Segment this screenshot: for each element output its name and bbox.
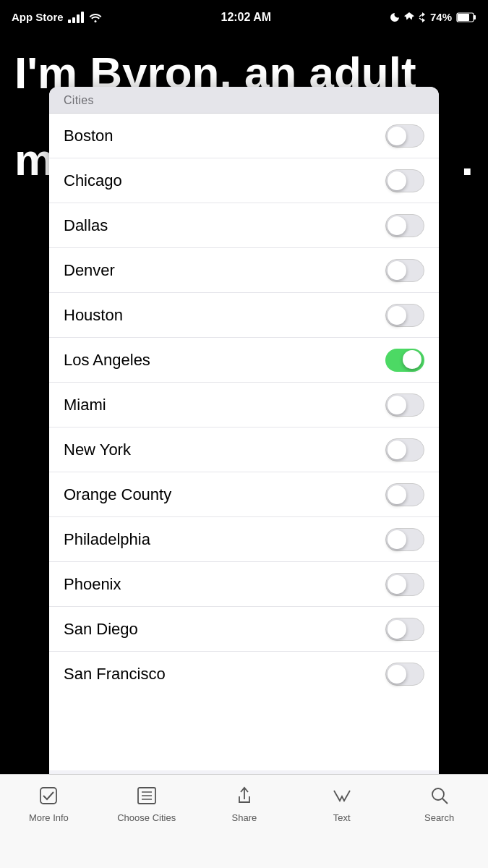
- signal-bars: [68, 12, 84, 23]
- city-name: Phoenix: [64, 575, 121, 594]
- toggle-thumb: [388, 216, 406, 235]
- search-icon: [429, 785, 450, 807]
- toggle-thumb: [388, 261, 406, 280]
- tab-share-label: Share: [232, 812, 257, 823]
- city-row: Philadelphia: [49, 517, 439, 562]
- bluetooth-icon: [419, 12, 426, 23]
- toggle-thumb: [388, 665, 406, 684]
- wifi-icon: [88, 12, 103, 23]
- city-toggle[interactable]: [385, 438, 424, 461]
- share-icon-wrapper: [232, 783, 257, 808]
- text-icon: [331, 785, 353, 807]
- city-name: Miami: [64, 396, 106, 414]
- city-toggle[interactable]: [385, 663, 424, 686]
- city-toggle[interactable]: [385, 259, 424, 282]
- city-name: Boston: [64, 127, 114, 145]
- tab-text[interactable]: Text: [313, 783, 371, 823]
- choose-cities-icon: [134, 783, 159, 808]
- city-row: San Diego: [49, 607, 439, 652]
- toggle-thumb: [388, 306, 406, 325]
- status-bar: App Store 12:02 AM 74%: [0, 0, 488, 34]
- city-toggle[interactable]: [385, 393, 424, 417]
- tab-more-info[interactable]: More Info: [20, 783, 77, 823]
- toggle-thumb: [388, 441, 406, 459]
- svg-line-1: [419, 18, 422, 20]
- svg-rect-3: [458, 14, 469, 21]
- city-toggle[interactable]: [385, 483, 424, 506]
- city-row: Chicago: [49, 158, 439, 203]
- city-name: San Diego: [64, 620, 138, 639]
- toggle-thumb: [388, 530, 406, 549]
- list-icon: [136, 785, 158, 807]
- city-row: San Francisco: [49, 652, 439, 697]
- battery-label: 74%: [430, 11, 452, 23]
- toggle-thumb: [403, 350, 421, 369]
- city-row: Denver: [49, 248, 439, 293]
- share-icon: [234, 785, 255, 807]
- carrier-label: App Store: [12, 11, 64, 23]
- signal-bar-1: [68, 20, 71, 23]
- toggle-thumb: [388, 575, 406, 594]
- toggle-thumb: [388, 396, 406, 414]
- city-toggle[interactable]: [385, 349, 424, 372]
- tab-choose-cities[interactable]: Choose Cities: [117, 783, 176, 823]
- status-time: 12:02 AM: [221, 11, 271, 24]
- city-toggle[interactable]: [385, 124, 424, 148]
- city-name: San Francisco: [64, 665, 166, 684]
- city-row: New York: [49, 427, 439, 472]
- cities-list: BostonChicagoDallasDenverHoustonLos Ange…: [49, 114, 439, 770]
- city-name: Denver: [64, 261, 115, 280]
- checkmark-icon: [38, 785, 59, 807]
- search-icon-wrapper: [427, 783, 452, 808]
- status-right: 74%: [390, 11, 476, 23]
- city-toggle[interactable]: [385, 528, 424, 551]
- background-subtitle: m: [14, 134, 54, 185]
- svg-line-0: [419, 14, 422, 17]
- city-toggle[interactable]: [385, 214, 424, 237]
- toggle-thumb: [388, 485, 406, 504]
- city-row: Orange County: [49, 472, 439, 517]
- city-toggle[interactable]: [385, 169, 424, 192]
- signal-bar-3: [77, 14, 80, 23]
- city-name: Philadelphia: [64, 530, 150, 549]
- tab-more-info-label: More Info: [29, 812, 69, 823]
- city-row: Phoenix: [49, 562, 439, 607]
- toggle-thumb: [388, 171, 406, 190]
- battery-icon: [456, 12, 476, 22]
- moon-icon: [390, 12, 400, 23]
- tab-bar: More Info Choose Cities Share: [0, 774, 488, 868]
- modal-panel: Cities BostonChicagoDallasDenverHoustonL…: [49, 87, 439, 774]
- city-name: Houston: [64, 306, 123, 325]
- location-icon: [404, 12, 414, 23]
- tab-search[interactable]: Search: [411, 783, 468, 823]
- tab-text-label: Text: [333, 812, 351, 823]
- svg-rect-4: [474, 15, 476, 20]
- toggle-thumb: [388, 127, 406, 145]
- signal-bar-4: [81, 12, 84, 23]
- city-toggle[interactable]: [385, 618, 424, 641]
- city-row: Miami: [49, 383, 439, 427]
- tab-share[interactable]: Share: [215, 783, 273, 823]
- city-toggle[interactable]: [385, 304, 424, 327]
- status-left: App Store: [12, 11, 103, 23]
- svg-line-12: [442, 799, 448, 804]
- tab-choose-cities-label: Choose Cities: [117, 812, 176, 823]
- svg-point-11: [432, 788, 444, 800]
- more-info-icon: [36, 783, 61, 808]
- city-name: Los Angeles: [64, 351, 150, 370]
- section-header: Cities: [49, 87, 439, 114]
- svg-rect-5: [40, 788, 56, 804]
- city-row: Houston: [49, 293, 439, 338]
- toggle-thumb: [388, 620, 406, 639]
- city-name: Dallas: [64, 216, 108, 235]
- city-name: Chicago: [64, 171, 122, 190]
- city-row: Boston: [49, 114, 439, 158]
- city-row: Los Angeles: [49, 338, 439, 383]
- tab-search-label: Search: [424, 812, 454, 823]
- signal-bar-2: [72, 17, 75, 23]
- background-period: .: [461, 134, 474, 185]
- text-icon-wrapper: [330, 783, 354, 808]
- city-toggle[interactable]: [385, 573, 424, 596]
- city-name: New York: [64, 441, 131, 459]
- city-name: Orange County: [64, 485, 171, 504]
